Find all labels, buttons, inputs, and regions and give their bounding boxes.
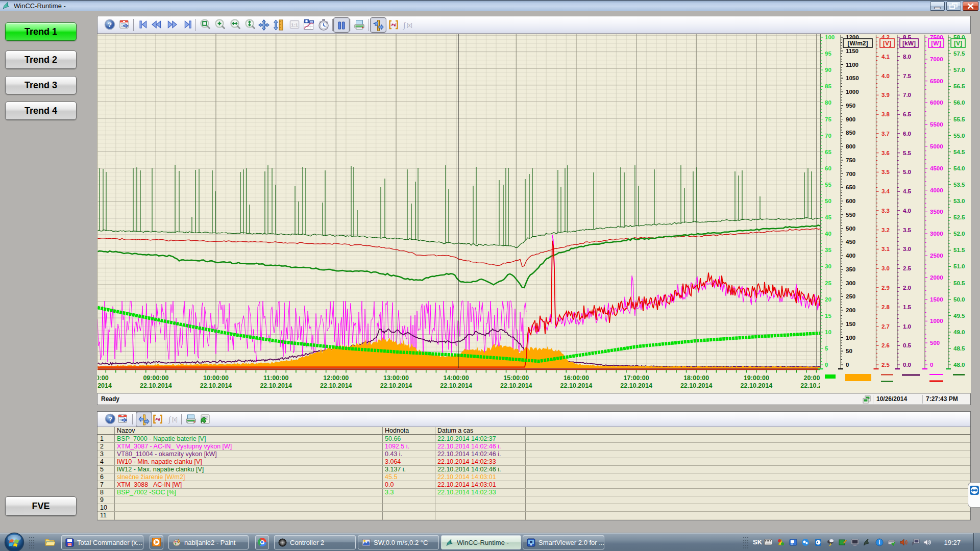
svg-text:750: 750 bbox=[846, 157, 855, 163]
svg-text:7.0: 7.0 bbox=[903, 92, 911, 98]
svg-text:300: 300 bbox=[846, 280, 855, 286]
svg-text:2.5: 2.5 bbox=[881, 362, 890, 368]
svg-text:0: 0 bbox=[930, 362, 933, 368]
svg-text:4000: 4000 bbox=[930, 187, 943, 193]
svg-text:2.9: 2.9 bbox=[881, 285, 890, 291]
svg-text:11:00:00: 11:00:00 bbox=[263, 374, 288, 382]
svg-text:51.0: 51.0 bbox=[953, 263, 965, 269]
svg-text:∫: ∫ bbox=[168, 415, 172, 424]
svg-text:75: 75 bbox=[825, 116, 831, 122]
svg-text:49.0: 49.0 bbox=[953, 329, 965, 335]
svg-text:3000: 3000 bbox=[930, 231, 943, 237]
svg-text:50.0: 50.0 bbox=[953, 296, 965, 303]
svg-text:60: 60 bbox=[825, 165, 831, 171]
svg-text:[x]: [x] bbox=[172, 417, 178, 422]
svg-text:4.1: 4.1 bbox=[881, 54, 890, 60]
svg-text:15: 15 bbox=[825, 313, 831, 319]
svg-text:2.6: 2.6 bbox=[881, 342, 890, 348]
svg-text:600: 600 bbox=[846, 198, 855, 204]
svg-text:6000: 6000 bbox=[930, 99, 943, 106]
svg-text:22.10.2014: 22.10.2014 bbox=[620, 382, 652, 389]
svg-text:1.0: 1.0 bbox=[903, 323, 911, 330]
svg-text:3.4: 3.4 bbox=[881, 188, 890, 194]
svg-text:3500: 3500 bbox=[930, 209, 943, 215]
svg-text:650: 650 bbox=[846, 184, 855, 190]
svg-text:950: 950 bbox=[846, 103, 855, 109]
svg-text:55: 55 bbox=[825, 182, 831, 188]
svg-text:22.10.2014: 22.10.2014 bbox=[320, 382, 352, 389]
svg-text:400: 400 bbox=[846, 253, 855, 259]
svg-text:2500: 2500 bbox=[930, 253, 943, 259]
svg-text:100: 100 bbox=[846, 335, 855, 341]
svg-text:1150: 1150 bbox=[846, 48, 859, 54]
svg-text:10: 10 bbox=[825, 329, 831, 335]
svg-text:22.10.2014: 22.10.2014 bbox=[380, 382, 412, 389]
svg-text:800: 800 bbox=[846, 143, 855, 149]
svg-text:2.0: 2.0 bbox=[903, 285, 911, 291]
svg-text:20: 20 bbox=[825, 296, 831, 303]
svg-text:2.7: 2.7 bbox=[881, 323, 890, 330]
svg-text:50.5: 50.5 bbox=[953, 280, 965, 286]
svg-text:56.5: 56.5 bbox=[953, 83, 965, 89]
svg-text:22.10.2014: 22.10.2014 bbox=[200, 382, 232, 389]
svg-text:90: 90 bbox=[825, 67, 831, 73]
svg-text:6.0: 6.0 bbox=[903, 131, 911, 137]
svg-text:5500: 5500 bbox=[930, 121, 943, 128]
svg-text:50: 50 bbox=[846, 348, 852, 354]
svg-text:x: x bbox=[791, 542, 793, 545]
svg-text:1:1: 1:1 bbox=[291, 22, 298, 28]
svg-text:4500: 4500 bbox=[930, 165, 943, 171]
svg-text:6.5: 6.5 bbox=[903, 111, 912, 117]
svg-text:50: 50 bbox=[825, 198, 831, 204]
svg-text:8.0: 8.0 bbox=[903, 54, 911, 60]
svg-text:200: 200 bbox=[846, 307, 855, 313]
svg-text:22.10.2014: 22.10.2014 bbox=[140, 382, 172, 389]
svg-text:3.1: 3.1 bbox=[881, 246, 890, 252]
svg-text:18:00:00: 18:00:00 bbox=[683, 374, 709, 382]
svg-text:65: 65 bbox=[825, 149, 831, 155]
svg-text:57.0: 57.0 bbox=[953, 67, 965, 73]
svg-text:49.5: 49.5 bbox=[953, 313, 965, 319]
svg-text:51.5: 51.5 bbox=[953, 247, 965, 253]
svg-text:3.3: 3.3 bbox=[881, 208, 890, 214]
svg-text:450: 450 bbox=[846, 239, 855, 245]
svg-text:?: ? bbox=[108, 415, 112, 423]
svg-text:6500: 6500 bbox=[930, 78, 943, 84]
svg-text:22.10.2014: 22.10.2014 bbox=[97, 382, 112, 389]
svg-text:57.5: 57.5 bbox=[953, 51, 965, 57]
svg-text:500: 500 bbox=[930, 340, 940, 346]
svg-text:53.5: 53.5 bbox=[953, 182, 965, 188]
svg-text:3.2: 3.2 bbox=[881, 227, 890, 233]
svg-text:100: 100 bbox=[825, 34, 835, 40]
svg-text:4.0: 4.0 bbox=[903, 208, 911, 214]
svg-text:3.0: 3.0 bbox=[903, 246, 911, 252]
svg-text:2.8: 2.8 bbox=[881, 304, 890, 310]
svg-text:3.9: 3.9 bbox=[881, 92, 890, 98]
svg-text:22.10.2014: 22.10.2014 bbox=[500, 382, 532, 389]
svg-text:?: ? bbox=[108, 21, 112, 29]
svg-text:7000: 7000 bbox=[930, 56, 943, 62]
svg-text:1.5: 1.5 bbox=[903, 304, 912, 310]
svg-text:16:00:00: 16:00:00 bbox=[564, 374, 589, 382]
svg-text:85: 85 bbox=[825, 83, 831, 89]
svg-text:3.8: 3.8 bbox=[881, 111, 890, 117]
svg-text:48.0: 48.0 bbox=[953, 362, 965, 368]
svg-text:4.0: 4.0 bbox=[881, 73, 890, 79]
svg-text:5.0: 5.0 bbox=[903, 169, 911, 175]
svg-text:70: 70 bbox=[825, 133, 831, 139]
svg-text:5000: 5000 bbox=[930, 143, 943, 149]
svg-text:3.6: 3.6 bbox=[881, 150, 890, 156]
svg-text:55.5: 55.5 bbox=[953, 116, 965, 122]
svg-text:3.0: 3.0 bbox=[881, 265, 890, 271]
svg-text:1000: 1000 bbox=[930, 318, 943, 324]
svg-text:40: 40 bbox=[825, 231, 831, 237]
svg-text:[W/m2]: [W/m2] bbox=[848, 40, 868, 47]
svg-text:52.5: 52.5 bbox=[953, 214, 965, 220]
svg-text:56.0: 56.0 bbox=[953, 99, 965, 106]
svg-text:5.5: 5.5 bbox=[903, 150, 912, 156]
svg-text:i: i bbox=[879, 540, 880, 545]
svg-text:[x]: [x] bbox=[407, 22, 412, 28]
svg-text:54.5: 54.5 bbox=[953, 149, 965, 155]
svg-text:[W]: [W] bbox=[931, 40, 941, 47]
svg-text:13:00:00: 13:00:00 bbox=[383, 374, 409, 382]
